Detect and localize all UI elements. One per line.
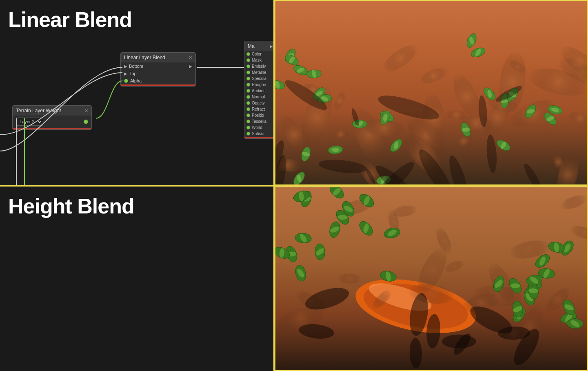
pin-alpha: Alpha	[121, 77, 195, 84]
mat-pin-positio-top: Positio	[244, 112, 273, 118]
mat-in-arrow-top: ▶	[270, 44, 273, 49]
mat-footer-top	[244, 137, 273, 138]
horizontal-divider	[0, 185, 588, 187]
arrow-top-pin: ▶	[124, 71, 127, 76]
mat-tessella-label-top: Tessella	[252, 119, 266, 124]
bottom-left-panel: Height Blend Terrain Layer Weight ✕	[0, 187, 273, 371]
top-left-panel: Linear Blend Terrain Layer Weight ✕	[0, 0, 273, 185]
mat-pin-color-top: Color	[244, 51, 273, 57]
terrain-close-top[interactable]: ✕	[84, 108, 88, 113]
mat-mask-label-top: Mask	[252, 58, 262, 62]
mat-pin-specula-top: Specula	[244, 76, 273, 82]
linear-blend-close[interactable]: ✕	[189, 55, 192, 60]
pin-alpha-circle	[124, 79, 128, 83]
mat-pin-refract-top: Refract	[244, 106, 273, 112]
mat-specula-label-top: Specula	[252, 76, 266, 81]
mat-pin-normal-top: Normal	[244, 94, 273, 100]
pin-bottom: ▶ Bottom ▶	[121, 62, 195, 70]
mat-normal-label-top: Normal	[252, 95, 265, 99]
terrain-node-top: Terrain Layer Weight ✕ Layer 2	[12, 105, 92, 130]
mat-pin-tessella-top: Tessella	[244, 118, 273, 124]
mat-pin-metalne-top: Metalne	[244, 69, 273, 76]
vertical-divider-bottom	[273, 187, 275, 371]
linear-blend-footer	[121, 84, 195, 86]
top-right-panel	[275, 0, 588, 185]
mat-subsur-label-top: Subsur	[252, 131, 265, 136]
mat-world-label-top: World	[252, 125, 262, 130]
mat-refract-label-top: Refract	[252, 107, 265, 111]
linear-blend-node-header: Linear Layer Blend ✕	[121, 53, 195, 62]
layer-select-top[interactable]: Layer 2	[16, 118, 43, 126]
mat-label-top: Ma	[248, 43, 255, 49]
mat-node-header-top: Ma ▶	[244, 41, 273, 51]
terrain-label-top: Terrain Layer Weight	[16, 108, 61, 113]
pin-alpha-label: Alpha	[130, 78, 142, 83]
linear-blend-render	[275, 1, 587, 184]
pin-bottom-label: Bottom	[129, 64, 143, 69]
vertical-divider-top	[273, 0, 275, 186]
height-blend-render	[275, 187, 587, 370]
height-blend-title: Height Blend	[8, 194, 134, 218]
mat-pin-mask-top: Mask	[244, 57, 273, 63]
mat-pin-ambien-top: Ambien	[244, 88, 273, 94]
mat-color-label-top: Color	[252, 52, 262, 56]
mat-ambien-label-top: Ambien	[252, 89, 266, 93]
mat-positio-label-top: Positio	[252, 113, 264, 118]
linear-blend-node: Linear Layer Blend ✕ ▶ Bottom ▶ ▶ Top Al…	[120, 52, 196, 87]
mat-roughn-label-top: Roughn	[252, 82, 266, 87]
mat-pin-opacty-top: Opacty	[244, 100, 273, 106]
pin-top-label: Top	[129, 71, 137, 76]
pin-top: ▶ Top	[121, 70, 195, 77]
linear-blend-label: Linear Layer Blend	[124, 55, 165, 60]
linear-blend-title: Linear Blend	[8, 7, 132, 32]
arrow-bottom: ▶	[124, 64, 127, 69]
mat-pin-subsur-top: Subsur	[244, 131, 273, 137]
mat-pin-roughn-top: Roughn	[244, 82, 273, 88]
mat-emissiv-label-top: Emissiv	[252, 64, 266, 69]
terrain-output-pin-top	[84, 120, 88, 124]
mat-node-top: Ma ▶ Color Mask Emissiv Metalne Specu	[244, 41, 273, 139]
mat-opacty-label-top: Opacty	[252, 101, 265, 105]
mat-pin-world-top: World	[244, 124, 273, 131]
arrow-out-bottom: ▶	[189, 64, 192, 69]
terrain-node-header-top: Terrain Layer Weight ✕	[13, 106, 91, 116]
terrain-body-top: Layer 2	[13, 116, 91, 128]
mat-pin-emissiv-top: Emissiv	[244, 63, 273, 69]
bottom-right-panel	[275, 187, 588, 371]
terrain-footer-top	[13, 128, 91, 129]
mat-metalne-label-top: Metalne	[252, 70, 266, 75]
